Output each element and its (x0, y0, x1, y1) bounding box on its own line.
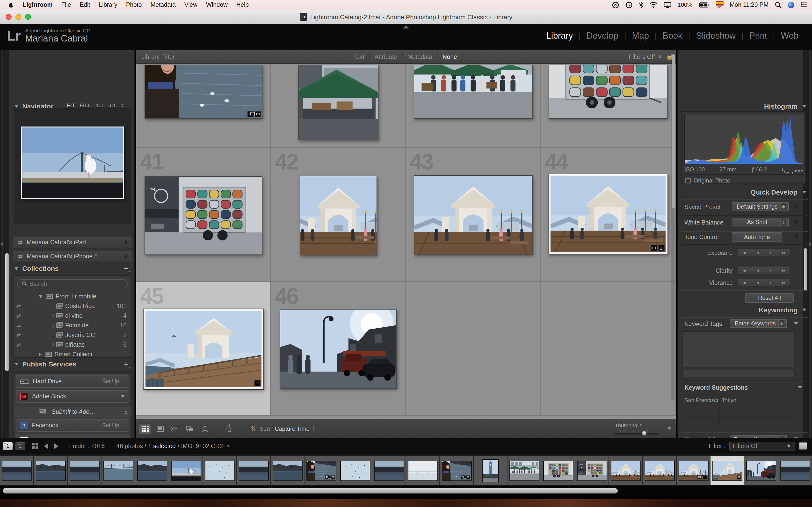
vibrance-decrease-button[interactable]: ◂ (751, 279, 764, 286)
module-tab-print[interactable]: Print (743, 31, 773, 41)
collection-item-smart-collecti-[interactable]: Smart Collecti… (13, 350, 132, 359)
filter-tab-attribute[interactable]: Attribute (369, 52, 402, 61)
navigator-mode-fill[interactable]: FILL (80, 102, 91, 108)
grid-cell-42[interactable]: 42 (271, 148, 406, 282)
exposure-decrease-button[interactable]: ◂ (751, 249, 764, 257)
grid-cell-45[interactable]: 45 (136, 282, 271, 416)
filter-tab-metadata[interactable]: Metadata (402, 52, 437, 61)
spotlight-icon[interactable] (775, 1, 781, 8)
adjust-badge-icon[interactable]: ± (703, 475, 707, 479)
menu-item-window[interactable]: Window (202, 1, 232, 8)
grid-cell[interactable] (541, 64, 676, 148)
disclosure-triangle-icon[interactable] (39, 295, 43, 298)
keyword-entry-input[interactable] (682, 370, 795, 377)
histogram-header[interactable]: Histogram (681, 102, 806, 110)
photo-thumbnail-arch[interactable] (413, 175, 532, 255)
siri-icon[interactable] (788, 2, 794, 8)
collections-search-input[interactable]: Search (17, 279, 128, 288)
keywording-header[interactable]: Keywording (681, 306, 806, 314)
collection-item-costa-rica[interactable]: ⇄⠿Costa Rica101 (13, 301, 132, 311)
sort-value-dropdown[interactable]: Capture Time (275, 425, 310, 432)
menu-item-photo[interactable]: Photo (121, 1, 146, 8)
sort-stepper-icon[interactable] (312, 427, 315, 430)
vibrance-decrease-large-button[interactable]: ◂◂ (738, 279, 751, 286)
people-view-button[interactable] (199, 423, 211, 434)
publish-service-hard-drive[interactable]: Hard DriveSet Up… (16, 375, 129, 388)
exposure-decrease-large-button[interactable]: ◂◂ (738, 249, 751, 257)
creative-cloud-icon[interactable] (612, 1, 619, 8)
disclosure-triangle-icon[interactable] (121, 395, 125, 398)
slider-knob[interactable] (642, 431, 647, 435)
module-tab-slideshow[interactable]: Slideshow (690, 31, 742, 41)
filmstrip-cell[interactable] (203, 456, 237, 485)
collection-badge-icon[interactable] (698, 475, 702, 479)
filmstrip-cell[interactable] (643, 456, 677, 485)
painter-icon[interactable] (223, 423, 236, 434)
navigator-mode-fit[interactable]: FIT (67, 102, 75, 108)
publish-service-facebook[interactable]: fFacebookSet Up… (16, 419, 129, 432)
exposure-increase-button[interactable]: ▸ (764, 249, 777, 257)
filmstrip-cell[interactable] (507, 456, 541, 485)
stack-badge-icon[interactable] (247, 111, 254, 117)
menu-clock[interactable]: Mon 11:29 PM (729, 1, 768, 8)
main-window-button[interactable]: 1 (3, 442, 12, 450)
menu-item-file[interactable]: File (57, 1, 75, 8)
module-tab-develop[interactable]: Develop (581, 31, 624, 41)
filmstrip-cell[interactable]: expl (575, 456, 609, 485)
filmstrip-cell[interactable] (440, 456, 474, 485)
scrollbar-thumb[interactable] (3, 488, 618, 494)
keyword-suggestion-tokyo[interactable]: Tokyo (720, 394, 757, 406)
previous-photo-icon[interactable] (44, 443, 48, 449)
menu-item-help[interactable]: Help (232, 1, 253, 8)
toolbar-options-icon[interactable] (667, 427, 672, 430)
disclosure-triangle-icon[interactable] (39, 352, 42, 356)
publish-services-header[interactable]: Publish Services +˯ (14, 360, 131, 368)
clarity-decrease-button[interactable]: ◂ (751, 267, 764, 274)
stepper-icon[interactable] (780, 203, 786, 210)
grid-cell[interactable] (136, 64, 271, 148)
quick-develop-header[interactable]: Quick Develop (681, 188, 806, 196)
filmstrip-cell[interactable] (0, 456, 34, 485)
filmstrip-filter-dropdown[interactable]: Filters Off (729, 442, 795, 450)
collection-badge-icon[interactable] (254, 111, 261, 117)
saved-preset-detail-icon[interactable] (794, 204, 798, 210)
menu-item-edit[interactable]: Edit (75, 1, 95, 8)
clarity-increase-button[interactable]: ▸ (764, 267, 777, 274)
clarity-increase-large-button[interactable]: ▸▸ (777, 267, 790, 274)
device-expand-icon[interactable] (124, 254, 127, 259)
module-tab-library[interactable]: Library (540, 31, 578, 41)
collection-badge-icon[interactable] (466, 475, 470, 479)
menu-item-library[interactable]: Library (95, 1, 121, 8)
top-panel-collapse-icon[interactable] (403, 25, 409, 29)
collection-item-di-vino[interactable]: ⇄⠿di vino4 (13, 311, 132, 321)
stack-badge-icon[interactable] (325, 475, 329, 479)
next-photo-icon[interactable] (54, 443, 58, 449)
photo-thumbnail-arch[interactable]: ± (548, 174, 667, 254)
tone-control-detail-icon[interactable] (794, 234, 798, 239)
add-collection-button[interactable]: +˯ (124, 266, 131, 271)
grid-cell-43[interactable]: 43 (406, 148, 541, 282)
grid-cell[interactable] (541, 282, 676, 416)
collection-item-from-lr-mobile[interactable]: From Lr mobile (13, 292, 132, 301)
collection-item-joyeria-cc[interactable]: ⇄⠿Joyeria CC7 (13, 330, 132, 340)
filmstrip-scrollbar[interactable] (0, 486, 812, 495)
keyword-tags-dropdown[interactable]: Enter Keywords (730, 319, 787, 328)
filmstrip-cell[interactable] (237, 456, 271, 485)
collection-item-fotos-de-[interactable]: ⇄⠿Fotos de…10 (13, 321, 132, 330)
module-tab-map[interactable]: Map (626, 31, 655, 41)
filmstrip-cell[interactable] (541, 456, 575, 485)
grid-cell[interactable] (406, 64, 541, 148)
reset-all-button[interactable]: Reset All (745, 293, 794, 303)
filmstrip-cell[interactable]: ± (677, 456, 711, 485)
grid-view-button[interactable] (139, 423, 151, 434)
grid-cell[interactable] (271, 64, 406, 148)
navigator-mode-3:1[interactable]: 3:1 (108, 102, 116, 108)
collection-item-pi-atas[interactable]: ⇄⠿piñatas6 (13, 340, 132, 350)
go-to-grid-icon[interactable] (32, 443, 38, 449)
vibrance-increase-button[interactable]: ▸ (764, 279, 777, 286)
sort-direction-icon[interactable]: ⇅ (247, 423, 260, 434)
clarity-decrease-large-button[interactable]: ◂◂ (738, 267, 751, 274)
filmstrip-cell[interactable] (744, 456, 778, 485)
filmstrip-cell[interactable] (135, 456, 169, 485)
publish-service-submit-to-ado-[interactable]: Submit to Ado…8 (13, 406, 132, 418)
